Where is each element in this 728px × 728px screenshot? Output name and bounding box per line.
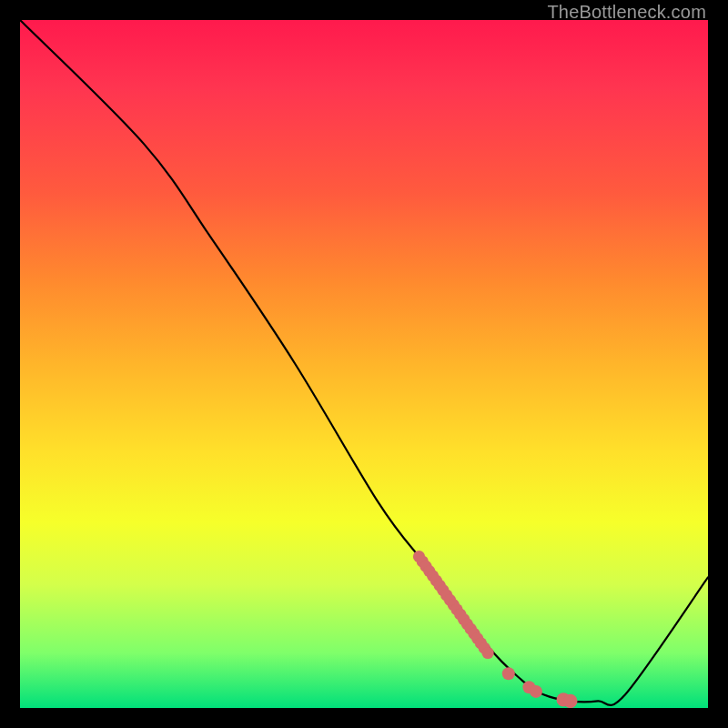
chart-marker xyxy=(502,667,515,680)
chart-marker xyxy=(563,694,577,708)
chart-marker xyxy=(482,647,494,659)
chart-svg xyxy=(20,20,708,708)
chart-markers xyxy=(413,551,578,708)
chart-marker xyxy=(530,685,542,698)
chart-frame xyxy=(20,20,708,708)
chart-line xyxy=(20,20,708,705)
